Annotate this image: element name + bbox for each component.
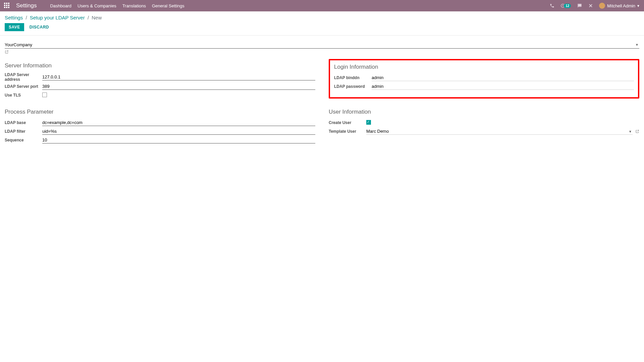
nav-dashboard[interactable]: Dashboard: [50, 3, 71, 8]
field-label-ldap-address: LDAP Server address: [5, 72, 42, 82]
user-name: Mitchell Admin: [607, 3, 635, 8]
field-label-ldap-filter: LDAP filter: [5, 129, 42, 134]
use-tls-checkbox[interactable]: [42, 93, 47, 97]
ldap-server-address-input[interactable]: [42, 74, 315, 80]
activity-icon[interactable]: 12: [560, 3, 571, 8]
activity-badge: 12: [564, 4, 571, 8]
ldap-filter-input[interactable]: [42, 128, 315, 135]
field-label-ldap-password: LDAP password: [334, 84, 372, 89]
field-label-create-user: Create User: [329, 120, 366, 125]
nav-users-companies[interactable]: Users & Companies: [77, 3, 116, 8]
field-label-template-user: Template User: [329, 129, 366, 134]
breadcrumb-root[interactable]: Settings: [5, 15, 23, 20]
highlight-annotation: Login Information LDAP binddn LDAP passw…: [329, 59, 639, 99]
field-label-sequence: Sequence: [5, 138, 42, 142]
messages-icon[interactable]: [577, 3, 582, 8]
avatar: [599, 3, 605, 9]
breadcrumb-current: New: [92, 15, 102, 20]
group-title: Login Information: [334, 64, 634, 70]
external-link-icon[interactable]: [5, 50, 9, 54]
nav-links: Dashboard Users & Companies Translations…: [50, 3, 184, 8]
save-button[interactable]: SAVE: [5, 23, 24, 31]
topbar: Settings Dashboard Users & Companies Tra…: [0, 0, 644, 11]
phone-icon[interactable]: [550, 3, 554, 8]
chevron-down-icon: ▼: [637, 4, 640, 8]
close-icon[interactable]: [588, 3, 593, 8]
ldap-server-port-input[interactable]: [42, 83, 315, 90]
topbar-right: 12 Mitchell Admin ▼: [550, 3, 640, 9]
process-parameter-group: Process Parameter LDAP base LDAP filter …: [5, 109, 315, 145]
user-menu[interactable]: Mitchell Admin ▼: [599, 3, 640, 9]
breadcrumb-mid[interactable]: Setup your LDAP Server: [30, 15, 85, 20]
ldap-password-input[interactable]: [372, 83, 634, 90]
chevron-down-icon: ▼: [629, 130, 632, 133]
nav-translations[interactable]: Translations: [122, 3, 146, 8]
nav-general-settings[interactable]: General Settings: [152, 3, 184, 8]
server-information-group: Server Information LDAP Server address L…: [5, 62, 315, 100]
field-label-ldap-base: LDAP base: [5, 120, 42, 125]
external-link-icon[interactable]: [635, 129, 639, 133]
sequence-input[interactable]: [42, 137, 315, 143]
discard-button[interactable]: DISCARD: [27, 23, 52, 31]
form-sheet: ▼ Server Information LDAP Server address…: [0, 36, 644, 151]
field-label-ldap-binddn: LDAP binddn: [334, 75, 372, 80]
field-label-ldap-port: LDAP Server port: [5, 84, 42, 89]
breadcrumb: Settings / Setup your LDAP Server / New: [5, 15, 639, 20]
user-information-group: User Information Create User Template Us…: [329, 109, 639, 145]
company-field: ▼: [5, 42, 639, 49]
create-user-checkbox[interactable]: [366, 120, 371, 125]
field-label-use-tls: Use TLS: [5, 93, 42, 98]
apps-icon[interactable]: [4, 3, 10, 9]
group-title: Process Parameter: [5, 109, 315, 115]
app-title: Settings: [16, 2, 37, 9]
group-title: Server Information: [5, 62, 315, 69]
company-input[interactable]: [5, 42, 639, 49]
group-title: User Information: [329, 109, 639, 115]
ldap-binddn-input[interactable]: [372, 75, 634, 81]
ldap-base-input[interactable]: [42, 120, 315, 126]
control-panel: Settings / Setup your LDAP Server / New …: [0, 11, 644, 36]
template-user-input[interactable]: [366, 128, 633, 135]
login-information-group: Login Information LDAP binddn LDAP passw…: [329, 62, 639, 100]
